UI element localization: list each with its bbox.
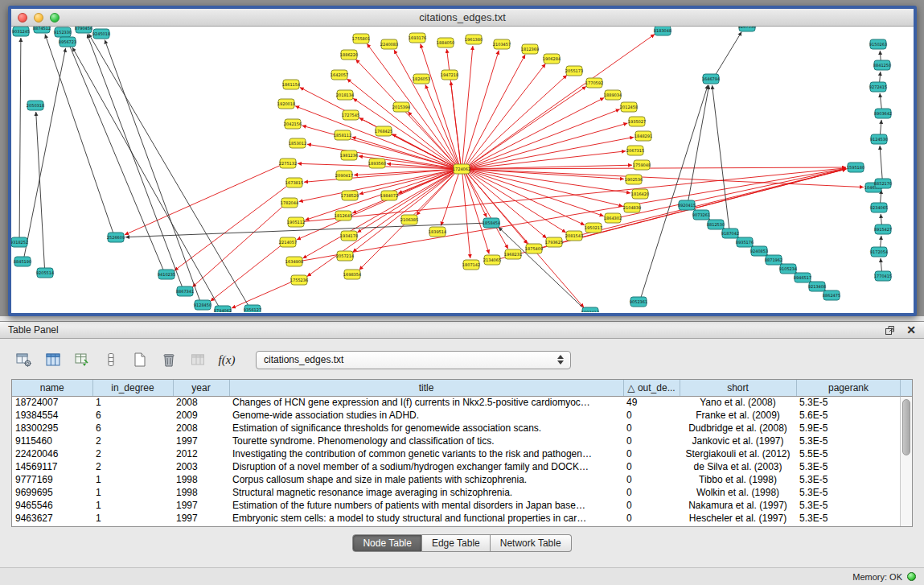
network-node[interactable]: 1812645 [335, 211, 352, 220]
table-row[interactable]: 1456911722003Disruption of a novel membe… [12, 460, 901, 473]
network-node[interactable]: 8871962 [765, 255, 782, 265]
network-node[interactable]: 8852170 [874, 179, 892, 188]
column-header-0[interactable]: name [12, 380, 92, 396]
network-node[interactable]: 1826053 [413, 74, 430, 84]
network-node[interactable]: 2526609 [107, 233, 125, 242]
network-node[interactable]: 9172054 [870, 247, 888, 257]
network-edge[interactable] [408, 112, 456, 167]
network-node[interactable]: 1848291 [634, 131, 652, 141]
network-edge[interactable] [881, 214, 881, 225]
network-node[interactable]: 8862475 [823, 290, 840, 300]
network-node[interactable]: 1853012 [289, 138, 306, 148]
column-header-6[interactable]: pagerank [796, 380, 901, 396]
network-node[interactable]: 2012458 [620, 102, 638, 112]
network-edge[interactable] [880, 93, 881, 109]
column-header-1[interactable]: in_degree [92, 380, 173, 396]
network-node[interactable]: 2057214 [336, 251, 354, 261]
import-table-button[interactable] [185, 348, 211, 372]
network-node[interactable]: 2055173 [565, 66, 583, 76]
network-edge[interactable] [307, 171, 456, 277]
network-node[interactable]: 8812530 [707, 220, 725, 229]
network-edge[interactable] [881, 258, 882, 272]
network-node[interactable]: 2067315 [626, 146, 644, 155]
tab-node-table[interactable]: Node Table [352, 534, 422, 552]
network-node[interactable]: 1886220 [340, 50, 358, 60]
table-row[interactable]: 1830029562008Estimation of significance … [12, 422, 901, 435]
network-edge[interactable] [466, 64, 546, 166]
close-panel-button[interactable]: ✕ [906, 324, 916, 336]
network-node[interactable]: 2042156 [284, 119, 302, 129]
network-edge[interactable] [451, 81, 461, 165]
column-header-3[interactable]: title [229, 380, 623, 396]
column-header-2[interactable]: year [173, 380, 229, 396]
network-node[interactable]: 9213408 [808, 282, 826, 291]
network-node[interactable]: 8920415 [678, 200, 696, 210]
network-node[interactable]: 1770415 [874, 271, 892, 281]
select-all-button[interactable] [69, 348, 95, 372]
network-node[interactable]: 9318252 [11, 237, 28, 247]
network-node[interactable]: 1906284 [543, 54, 561, 64]
table-row[interactable]: 911546021997Tourette syndrome. Phenomeno… [12, 435, 901, 447]
network-node[interactable]: 8915427 [874, 225, 892, 234]
network-edge[interactable] [464, 173, 489, 254]
network-edge[interactable] [469, 171, 604, 216]
table-row[interactable]: 969969511998Structural magnetic resonanc… [12, 486, 901, 499]
network-node[interactable]: 1934178 [340, 231, 358, 241]
network-node[interactable]: 8867341 [176, 286, 194, 296]
vertical-scrollbar[interactable] [900, 397, 912, 526]
network-node[interactable]: 9187042 [721, 229, 739, 238]
network-node[interactable]: 1770592 [585, 78, 603, 88]
network-node[interactable]: 1646794 [702, 74, 720, 84]
network-node[interactable]: 1920018 [277, 99, 295, 109]
memory-status-indicator[interactable] [907, 572, 916, 581]
network-edge[interactable] [462, 46, 473, 165]
network-node[interactable]: 2106385 [400, 215, 418, 225]
network-node[interactable]: 2214057 [279, 237, 297, 247]
network-edge[interactable] [641, 85, 708, 299]
network-node[interactable]: 2050318 [27, 101, 44, 110]
network-node[interactable]: 1981236 [340, 150, 358, 160]
network-node[interactable]: 8845190 [14, 257, 31, 266]
network-node[interactable]: 9052361 [630, 297, 647, 307]
table-row[interactable]: 1872400712008Changes of HCN gene express… [12, 396, 901, 409]
network-node[interactable]: 1875409 [525, 244, 543, 253]
network-node[interactable]: 1889034 [604, 90, 622, 100]
network-edge[interactable] [425, 84, 458, 165]
network-node[interactable]: 6093412 [581, 307, 599, 312]
network-edge[interactable] [466, 172, 508, 249]
network-node[interactable]: 1768425 [375, 126, 392, 136]
network-node[interactable]: 9356127 [244, 305, 261, 312]
network-node[interactable]: 9073261 [692, 210, 710, 220]
network-node[interactable]: 1935027 [628, 117, 646, 126]
network-edge[interactable] [880, 120, 881, 135]
network-edge[interactable] [468, 86, 586, 167]
network-node[interactable]: 2103457 [493, 39, 511, 49]
network-node[interactable]: 8183048 [654, 27, 671, 35]
network-node[interactable]: 2134065 [483, 255, 501, 265]
network-node[interactable]: 8946517 [794, 273, 811, 282]
network-edge[interactable] [211, 245, 282, 301]
network-node[interactable]: 9240853 [750, 246, 768, 256]
network-edge[interactable] [467, 35, 655, 167]
column-header-5[interactable]: short [680, 380, 796, 396]
network-node[interactable]: 9128450 [194, 300, 211, 310]
network-node[interactable]: 2104839 [623, 203, 641, 212]
network-node[interactable]: 1642057 [331, 70, 348, 80]
network-node[interactable]: 9105234 [779, 264, 797, 274]
network-node[interactable]: 1693176 [409, 33, 426, 43]
network-node[interactable]: 1858454 [483, 218, 500, 228]
network-node[interactable]: 8935176 [736, 237, 754, 247]
tab-edge-table[interactable]: Edge Table [422, 534, 491, 552]
show-columns-button[interactable] [40, 348, 66, 372]
tab-network-table[interactable]: Network Table [491, 534, 572, 552]
network-node[interactable]: 1961380 [465, 35, 483, 44]
column-settings-button[interactable] [11, 348, 37, 372]
network-node[interactable]: 8794062 [214, 306, 232, 312]
network-node[interactable]: 9245018 [92, 29, 110, 39]
network-node[interactable]: 1864302 [604, 213, 622, 223]
network-node[interactable]: 1698354 [343, 270, 361, 279]
network-edge[interactable] [303, 171, 456, 258]
network-edge[interactable] [468, 171, 585, 225]
row-height-button[interactable] [98, 348, 124, 372]
network-edge[interactable] [880, 51, 881, 61]
